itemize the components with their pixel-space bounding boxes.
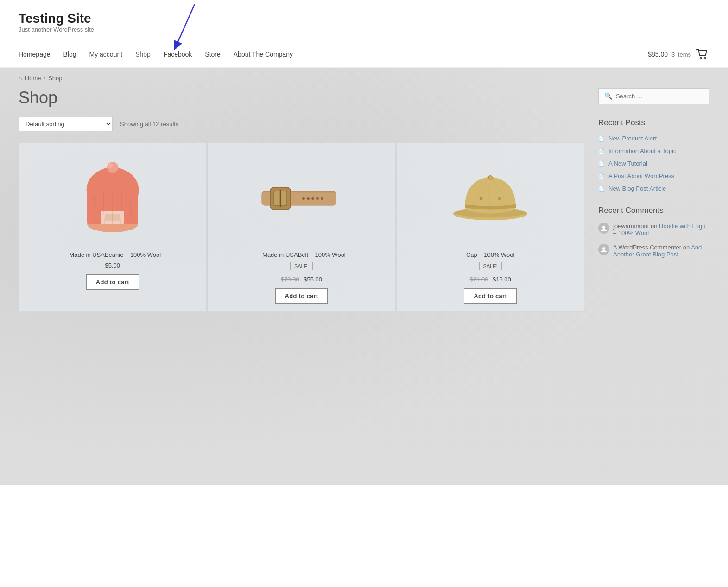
- svg-point-31: [602, 226, 605, 229]
- content-layout: Shop Default sorting Sort by popularity …: [0, 88, 728, 330]
- nav-blog[interactable]: Blog: [63, 51, 76, 58]
- recent-posts-list: 📄 New Product Alert 📄 Information About …: [598, 135, 709, 192]
- add-to-cart-cap[interactable]: Add to cart: [464, 288, 517, 304]
- product-price-cap: $21.00 $16.00: [470, 276, 511, 283]
- svg-point-17: [316, 197, 319, 200]
- svg-point-1: [700, 58, 702, 59]
- svg-point-19: [307, 197, 310, 200]
- cart-icon[interactable]: [695, 47, 709, 62]
- belt-sale-price: $55.00: [304, 276, 322, 283]
- product-price-belt: $70.00 $55.00: [281, 276, 322, 283]
- site-header: Testing Site Just another WordPress site: [0, 0, 728, 41]
- svg-point-18: [311, 197, 314, 200]
- svg-point-2: [704, 58, 706, 59]
- commenter-avatar-wp: [598, 244, 609, 255]
- sort-select[interactable]: Default sorting Sort by popularity Sort …: [19, 117, 113, 131]
- product-image-belt: [215, 152, 388, 245]
- product-image-cap: [404, 152, 576, 245]
- product-card-cap: Cap – 100% Wool SALE! $21.00 $16.00 Add …: [396, 142, 584, 312]
- comment-author-joe: joewarnimont: [613, 223, 649, 230]
- comment-item-joe: joewarnimont on Hoodie with Logo – 100% …: [598, 223, 709, 236]
- comment-text-wp: A WordPress Commenter on And Another Gre…: [613, 244, 709, 258]
- cart-items-count: 3 items: [671, 51, 691, 58]
- search-input-wrap: 🔍: [598, 88, 709, 104]
- comment-on-text: on: [651, 223, 659, 230]
- post-icon: 📄: [598, 136, 605, 142]
- svg-point-20: [302, 197, 305, 200]
- svg-point-8: [108, 163, 113, 168]
- site-title: Testing Site: [19, 11, 709, 26]
- results-count: Showing all 12 results: [120, 121, 178, 128]
- shop-controls: Default sorting Sort by popularity Sort …: [19, 117, 584, 131]
- svg-point-32: [602, 247, 605, 250]
- post-link-wordpress[interactable]: A Post About WordPress: [608, 172, 674, 179]
- site-tagline: Just another WordPress site: [19, 26, 94, 33]
- list-item: 📄 Information About a Topic: [598, 147, 709, 154]
- nav-my-account[interactable]: My account: [89, 51, 123, 58]
- sale-badge-belt: SALE!: [290, 262, 313, 270]
- recent-posts-title: Recent Posts: [598, 118, 709, 128]
- cap-sale-price: $16.00: [493, 276, 511, 283]
- shop-main: Shop Default sorting Sort by popularity …: [19, 88, 584, 312]
- svg-point-30: [498, 197, 501, 200]
- list-item: 📄 New Blog Post Article: [598, 185, 709, 192]
- recent-comments-title: Recent Comments: [598, 206, 709, 215]
- search-widget: 🔍: [598, 88, 709, 104]
- comment-author-wp: A WordPress Commenter: [613, 244, 681, 251]
- sale-badge-cap: SALE!: [479, 262, 502, 270]
- commenter-avatar-joe: [598, 223, 609, 234]
- list-item: 📄 A New Tutorial: [598, 160, 709, 167]
- cap-original-price: $21.00: [470, 276, 488, 283]
- breadcrumb: ⌂ Home / Shop: [0, 68, 728, 88]
- svg-point-29: [480, 197, 482, 200]
- recent-comments-widget: Recent Comments joewarnimont on Hoodie w…: [598, 206, 709, 258]
- main-content-area: ⌂ Home / Shop Shop Default sorting Sort …: [0, 68, 728, 485]
- cart-price: $85.00: [648, 51, 668, 58]
- add-to-cart-belt[interactable]: Add to cart: [275, 288, 328, 304]
- breadcrumb-current: Shop: [48, 75, 62, 82]
- add-to-cart-beanie[interactable]: Add to cart: [86, 274, 139, 290]
- main-nav: Homepage Blog My account Shop Facebook S…: [0, 41, 728, 68]
- post-link-new-product[interactable]: New Product Alert: [608, 135, 657, 142]
- product-card-beanie: – Made in USABeanie – 100% Wool $5.00 Ad…: [19, 142, 207, 312]
- nav-links: Homepage Blog My account Shop Facebook S…: [19, 51, 648, 58]
- svg-point-28: [489, 176, 492, 179]
- comment-text-joe: joewarnimont on Hoodie with Logo – 100% …: [613, 223, 709, 236]
- post-link-tutorial[interactable]: A New Tutorial: [608, 160, 647, 167]
- recent-posts-widget: Recent Posts 📄 New Product Alert 📄 Infor…: [598, 118, 709, 192]
- product-card-belt: – Made in USABelt – 100% Wool SALE! $70.…: [208, 142, 396, 312]
- nav-about[interactable]: About The Company: [234, 51, 293, 58]
- breadcrumb-separator: /: [44, 75, 46, 82]
- post-icon: 📄: [598, 173, 605, 179]
- product-name-beanie: – Made in USABeanie – 100% Wool: [64, 251, 161, 258]
- comment-on-text-wp: on: [683, 244, 691, 251]
- comment-item-wp: A WordPress Commenter on And Another Gre…: [598, 244, 709, 258]
- shop-title: Shop: [19, 88, 584, 108]
- product-price-beanie: $5.00: [105, 262, 120, 269]
- nav-shop[interactable]: Shop: [135, 51, 151, 58]
- list-item: 📄 A Post About WordPress: [598, 172, 709, 179]
- search-icon: 🔍: [604, 92, 612, 100]
- cart-area: $85.00 3 items: [648, 47, 709, 62]
- nav-store[interactable]: Store: [205, 51, 220, 58]
- post-icon: 📄: [598, 186, 605, 192]
- post-icon: 📄: [598, 148, 605, 154]
- nav-homepage[interactable]: Homepage: [19, 51, 51, 58]
- list-item: 📄 New Product Alert: [598, 135, 709, 142]
- belt-original-price: $70.00: [281, 276, 299, 283]
- sidebar: 🔍 Recent Posts 📄 New Product Alert 📄 Inf…: [598, 88, 709, 312]
- post-link-blog-post[interactable]: New Blog Post Article: [608, 185, 666, 192]
- search-input[interactable]: [616, 93, 690, 100]
- breadcrumb-home-link[interactable]: Home: [25, 75, 41, 82]
- product-name-belt: – Made in USABelt – 100% Wool: [257, 251, 346, 258]
- home-icon: ⌂: [19, 75, 22, 82]
- nav-facebook[interactable]: Facebook: [164, 51, 192, 58]
- product-name-cap: Cap – 100% Wool: [466, 251, 515, 258]
- product-image-beanie: [26, 152, 199, 245]
- svg-point-16: [321, 197, 323, 200]
- post-icon: 📄: [598, 161, 605, 167]
- post-link-info-topic[interactable]: Information About a Topic: [608, 147, 676, 154]
- product-grid: – Made in USABeanie – 100% Wool $5.00 Ad…: [19, 142, 584, 312]
